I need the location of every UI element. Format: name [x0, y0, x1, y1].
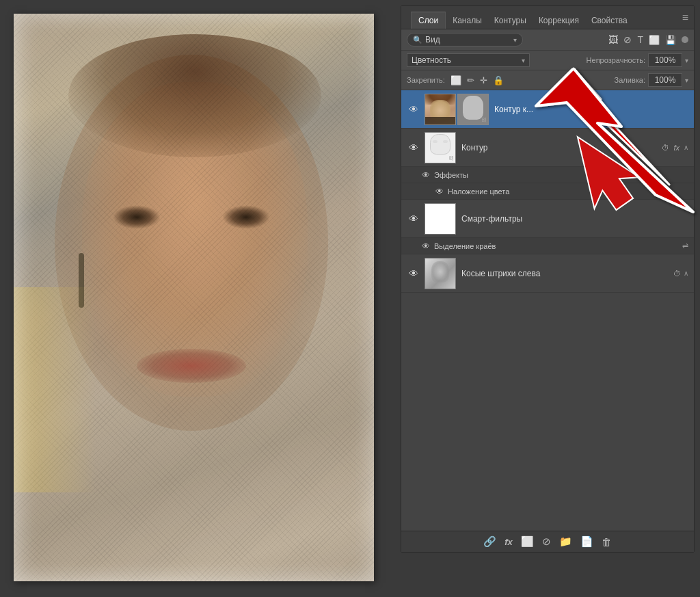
layer-smart-filters[interactable]: 👁 Смарт-фильтры	[401, 200, 694, 238]
layer2-thumbs: ⛓	[425, 132, 456, 163]
effects-label: Эффекты	[434, 171, 468, 179]
layer2-expand-icon[interactable]: ∧	[684, 144, 688, 151]
lock-pixel-icon[interactable]: ⬜	[450, 75, 461, 85]
color-overlay-row[interactable]: 👁 Наложение цвета	[401, 183, 694, 200]
search-box[interactable]: 🔍 Вид ▾	[407, 33, 523, 47]
color-overlay-label: Наложение цвета	[448, 187, 509, 196]
layer4-icons: ⏱ ∧	[673, 269, 688, 278]
layer2-name: Контур	[461, 143, 662, 152]
app-container: ✕ » Слои Каналы Контуры Коррекция Свойст…	[0, 0, 700, 597]
fill-section: Заливка: 100% ▾	[615, 73, 688, 87]
left-eye	[113, 205, 161, 229]
tab-layers[interactable]: Слои	[411, 12, 446, 29]
opacity-input[interactable]: 100%	[648, 53, 682, 67]
search-text: Вид	[425, 35, 513, 44]
search-dropdown-icon[interactable]: ▾	[513, 36, 517, 44]
tab-channels[interactable]: Каналы	[447, 12, 487, 29]
color-overlay-eye[interactable]: 👁	[435, 187, 444, 196]
layer1-thumb-mask: ⛓	[457, 94, 489, 125]
fx-button[interactable]: fx	[504, 537, 513, 547]
add-mask-icon[interactable]: ⬜	[521, 535, 534, 548]
layer4-expand[interactable]: ∧	[684, 269, 688, 277]
layer-kontur[interactable]: 👁 ⛓ Контур ⏱ fx ∧	[401, 129, 694, 167]
panel-menu-icon[interactable]: ≡	[682, 12, 688, 24]
layer2-thumb-sketch: ⛓	[425, 132, 456, 163]
group-layers-icon[interactable]: 📁	[559, 535, 572, 548]
layer1-eye[interactable]: 👁	[407, 104, 420, 115]
layer1-name: Контур к...	[494, 105, 688, 114]
lock-brush-icon[interactable]: ✏	[467, 75, 474, 85]
lock-row: Закрепить: ⬜ ✏ ✛ 🔒 Заливка: 100% ▾	[401, 70, 694, 90]
adjustment-icon[interactable]: ⊘	[542, 535, 551, 548]
layer2-fx-section: ⏱ fx ∧	[662, 144, 688, 152]
blend-mode-dropdown[interactable]: Цветность ▾	[407, 53, 530, 67]
eye-icon-layer3: 👁	[409, 213, 418, 224]
blend-opacity-row: Цветность ▾ Непрозрачность: 100% ▾	[401, 51, 694, 70]
tab-correction[interactable]: Коррекция	[533, 12, 584, 29]
fill-label: Заливка:	[615, 76, 645, 84]
link-layers-icon[interactable]: 🔗	[483, 535, 496, 548]
tab-paths[interactable]: Контуры	[489, 12, 532, 29]
blend-mode-arrow: ▾	[522, 57, 525, 64]
effects-row[interactable]: 👁 Эффекты	[401, 167, 694, 183]
side-light	[14, 287, 96, 492]
layer-diagonal-strokes[interactable]: 👁 Косые штрихи слева ⏱ ∧	[401, 254, 694, 293]
layer2-eye[interactable]: 👁	[407, 142, 420, 153]
save-icon[interactable]: 💾	[665, 35, 676, 45]
delete-layer-icon[interactable]: 🗑	[602, 536, 612, 548]
view-toolbar: 🔍 Вид ▾ 🖼 ⊘ T ⬜ 💾	[401, 29, 694, 51]
canvas-area	[14, 14, 374, 581]
layer2-clock-icon: ⏱	[662, 144, 669, 152]
layer1-thumbs: ⛓	[425, 94, 489, 125]
layer3-name: Смарт-фильтры	[461, 214, 688, 224]
image-icon[interactable]: 🖼	[608, 34, 618, 45]
layer3-eye[interactable]: 👁	[407, 213, 420, 224]
layer4-eye[interactable]: 👁	[407, 268, 420, 279]
lock-artboard-icon[interactable]: 🔒	[493, 75, 504, 85]
status-dot	[682, 36, 688, 43]
opacity-dropdown-icon[interactable]: ▾	[685, 57, 688, 64]
ps-panel: ✕ » Слои Каналы Контуры Коррекция Свойст…	[401, 5, 695, 553]
lock-move-icon[interactable]: ✛	[480, 75, 487, 85]
effects-group: 👁 Эффекты 👁 Наложение цвета	[401, 167, 694, 200]
circle-icon[interactable]: ⊘	[623, 34, 632, 45]
tabs-row: Слои Каналы Контуры Коррекция Свойства ≡	[401, 6, 694, 29]
layer2-fx-icon: fx	[673, 144, 679, 152]
bottom-toolbar: 🔗 fx ⬜ ⊘ 📁 📄 🗑	[401, 531, 694, 552]
layer4-thumb	[425, 258, 456, 289]
edge-selection-row[interactable]: 👁 Выделение краёв ⇌	[401, 238, 694, 254]
opacity-label: Непрозрачность:	[587, 56, 645, 64]
blend-mode-value: Цветность	[412, 55, 451, 65]
lips	[137, 349, 246, 383]
right-eye	[222, 205, 270, 229]
eye-icon-layer2: 👁	[409, 142, 418, 153]
fill-dropdown-icon[interactable]: ▾	[685, 77, 688, 84]
layers-list: 👁 ⛓ Контур к...	[401, 90, 694, 531]
edge-selection-eye[interactable]: 👁	[422, 241, 430, 251]
opacity-section: Непрозрачность: 100% ▾	[587, 53, 688, 67]
layer3-thumb	[425, 203, 456, 235]
effects-eye[interactable]: 👁	[422, 170, 430, 180]
layer4-name: Косые штрихи слева	[461, 269, 673, 278]
edge-selection-separator: ⇌	[682, 241, 688, 250]
new-layer-icon[interactable]: 📄	[580, 535, 593, 548]
search-icon: 🔍	[413, 36, 422, 44]
layer4-clock-icon: ⏱	[673, 269, 681, 278]
eye-icon-layer4: 👁	[409, 268, 418, 279]
fill-input[interactable]: 100%	[648, 73, 682, 87]
text-icon[interactable]: T	[637, 34, 643, 45]
view-toolbar-icons: 🖼 ⊘ T ⬜ 💾	[608, 34, 688, 45]
edge-selection-label: Выделение краёв	[434, 242, 496, 250]
lock-label: Закрепить:	[407, 76, 445, 84]
layer1-thumb-photo	[425, 94, 456, 125]
layer-konturn-mask[interactable]: 👁 ⛓ Контур к...	[401, 90, 694, 129]
tab-properties[interactable]: Свойства	[586, 12, 633, 29]
eye-icon-layer1: 👁	[409, 104, 418, 115]
rect-icon[interactable]: ⬜	[649, 35, 660, 45]
